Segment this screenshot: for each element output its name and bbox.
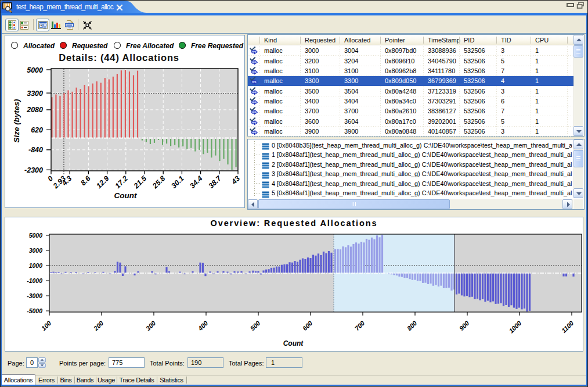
svg-text:5000: 5000 [27, 66, 43, 74]
svg-text:34.4: 34.4 [188, 174, 204, 190]
svg-text:500: 500 [249, 319, 262, 332]
svg-text:Count: Count [283, 339, 304, 347]
svg-text:25.8: 25.8 [150, 174, 167, 191]
svg-text:38.7: 38.7 [207, 174, 223, 190]
svg-text:-3000: -3000 [27, 292, 42, 299]
svg-text:-2300: -2300 [24, 166, 43, 174]
svg-text:Size (bytes): Size (bytes) [12, 99, 21, 143]
svg-text:300: 300 [145, 319, 157, 332]
svg-text:800: 800 [406, 319, 419, 332]
svg-text:620: 620 [31, 126, 43, 134]
svg-text:12.9: 12.9 [95, 174, 110, 190]
svg-text:700: 700 [353, 319, 366, 332]
svg-text:Count: Count [114, 191, 137, 200]
svg-text:400: 400 [196, 319, 210, 332]
svg-text:8.6: 8.6 [79, 174, 92, 187]
svg-text:-5000: -5000 [27, 307, 42, 314]
svg-text:43: 43 [230, 174, 241, 186]
svg-text:900: 900 [458, 319, 471, 332]
svg-text:600: 600 [301, 319, 314, 332]
svg-text:2080: 2080 [26, 106, 43, 114]
svg-text:17.2: 17.2 [114, 174, 129, 190]
svg-text:30.1: 30.1 [169, 174, 185, 190]
svg-text:1000: 1000 [507, 319, 523, 334]
svg-text:3300: 3300 [27, 89, 43, 98]
svg-text:1100: 1100 [560, 319, 575, 334]
svg-text:-840: -840 [28, 146, 43, 154]
svg-text:200: 200 [92, 319, 105, 332]
svg-text:5000: 5000 [29, 232, 43, 239]
svg-text:3000: 3000 [29, 247, 43, 254]
svg-text:-1000: -1000 [27, 277, 42, 284]
svg-text:21.5: 21.5 [132, 174, 149, 190]
svg-text:1000: 1000 [29, 262, 43, 269]
svg-text:100: 100 [40, 319, 53, 332]
